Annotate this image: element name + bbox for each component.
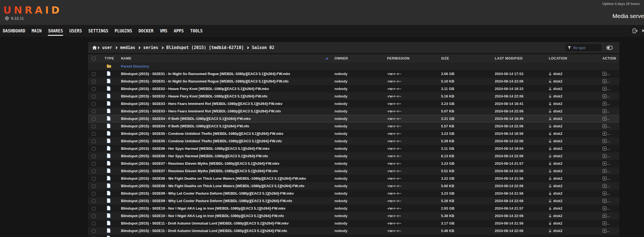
close-icon[interactable]: ✕ [641, 28, 644, 34]
row-checkbox[interactable] [92, 140, 96, 143]
table-row[interactable]: Blindspot (2015) - S02E03 - Hero Fears I… [88, 107, 619, 115]
file-name[interactable]: Blindspot (2015) - S02E10 - Nor I Nigel … [121, 206, 285, 210]
nav-item-plugins[interactable]: PLUGINS [115, 25, 132, 37]
file-type-filter-input[interactable] [573, 46, 598, 50]
table-row[interactable]: Blindspot (2015) - S02E05 - Condone Unti… [88, 130, 619, 137]
breadcrumb-item[interactable]: medias [120, 45, 135, 50]
file-name[interactable]: Blindspot (2015) - S02E03 - Hero Fears I… [121, 109, 281, 113]
nav-item-tools[interactable]: TOOLS [190, 25, 203, 37]
row-actions-button[interactable]: ... [602, 102, 610, 106]
nav-item-docker[interactable]: DOCKER [138, 25, 153, 37]
table-row[interactable]: Blindspot (2015) - S02E08 - We Fight Dea… [88, 182, 619, 190]
table-row[interactable]: Blindspot (2015) - S02E07 - Resolves Ele… [88, 167, 619, 175]
row-checkbox[interactable] [92, 117, 96, 121]
row-checkbox[interactable] [92, 177, 96, 181]
row-actions-button[interactable]: ... [602, 191, 610, 195]
table-row[interactable]: Blindspot (2015) - S02E10 - Nor I Nigel … [88, 212, 619, 220]
row-checkbox[interactable] [92, 95, 96, 98]
row-checkbox[interactable] [92, 147, 96, 151]
row-actions-button[interactable]: ... [602, 161, 610, 166]
column-last-modified[interactable]: LAST MODIFIED [495, 56, 549, 60]
nav-item-shares[interactable]: SHARES [48, 25, 63, 37]
row-actions-button[interactable]: ... [602, 87, 610, 91]
row-checkbox[interactable] [92, 154, 96, 158]
file-name[interactable]: Blindspot (2015) - S02E02 - Heave Fiery … [121, 87, 269, 91]
table-row[interactable]: Blindspot (2015) - S02E03 - Hero Fears I… [88, 100, 619, 107]
row-checkbox[interactable] [92, 207, 96, 210]
table-row[interactable]: Parent Directory [88, 63, 619, 70]
row-actions-button[interactable]: ... [602, 132, 610, 136]
row-checkbox[interactable] [92, 169, 96, 173]
row-actions-button[interactable]: ... [602, 79, 610, 83]
row-checkbox[interactable] [92, 184, 96, 188]
nav-item-users[interactable]: USERS [69, 25, 82, 37]
file-name[interactable]: Blindspot (2015) - S02E11 - Droll Autumn… [121, 221, 289, 225]
file-name[interactable]: Blindspot (2015) - S02E04 - If Beth [WEB… [121, 117, 251, 121]
row-actions-button[interactable]: ... [602, 206, 610, 210]
file-name[interactable]: Blindspot (2015) - S02E01 - In Night So … [121, 72, 290, 76]
file-name[interactable]: Blindspot (2015) - S02E08 - We Fight Dea… [121, 184, 304, 188]
row-actions-button[interactable]: ... [602, 139, 610, 143]
nav-item-settings[interactable]: SETTINGS [88, 25, 108, 37]
row-checkbox[interactable] [92, 229, 96, 233]
table-row[interactable]: Blindspot (2015) - S02E04 - If Beth [WEB… [88, 122, 619, 130]
table-row[interactable]: Blindspot (2015) - S02E08 - We Fight Dea… [88, 175, 619, 182]
file-name[interactable]: Blindspot (2015) - S02E01 - In Night So … [121, 79, 288, 83]
table-row[interactable]: Blindspot (2015) - S02E02 - Heave Fiery … [88, 85, 619, 92]
row-actions-button[interactable]: ... [602, 72, 610, 76]
breadcrumb-item[interactable]: series [143, 45, 158, 50]
row-checkbox[interactable] [92, 80, 96, 83]
row-actions-button[interactable]: ... [602, 154, 610, 158]
row-actions-button[interactable]: ... [602, 94, 610, 98]
table-row[interactable]: Blindspot (2015) - S02E01 - In Night So … [88, 70, 619, 78]
column-type[interactable]: TYPE [104, 56, 117, 60]
row-actions-button[interactable]: ... [602, 117, 610, 121]
row-actions-button[interactable]: ... [602, 184, 610, 188]
table-row[interactable]: Blindspot (2015) - S02E10 - Nor I Nigel … [88, 205, 619, 212]
breadcrumb-item[interactable]: Blindspot (2015) [tmdbid-62710] [166, 45, 244, 50]
nav-item-dashboard[interactable]: DASHBOARD [3, 25, 25, 37]
row-actions-button[interactable]: ... [602, 146, 610, 151]
row-actions-button[interactable]: ... [602, 229, 610, 233]
column-permission[interactable]: PERMISSION [387, 56, 441, 60]
row-checkbox[interactable] [92, 222, 96, 225]
column-owner[interactable]: OWNER [334, 56, 387, 60]
row-checkbox[interactable] [92, 87, 96, 91]
table-row[interactable]: Blindspot (2015) - S02E04 - If Beth [WEB… [88, 115, 619, 122]
row-actions-button[interactable]: ... [602, 169, 610, 173]
column-name[interactable]: NAME [117, 56, 334, 60]
file-name[interactable]: Blindspot (2015) - S02E08 - We Fight Dea… [121, 176, 306, 181]
row-checkbox[interactable] [92, 125, 96, 128]
view-toggle-icon[interactable] [606, 46, 613, 50]
row-actions-button[interactable]: ... [602, 109, 610, 113]
row-checkbox[interactable] [92, 162, 96, 166]
column-size[interactable]: SIZE [441, 56, 495, 60]
row-checkbox[interactable] [92, 132, 96, 136]
table-row[interactable] [88, 235, 619, 237]
info-icon[interactable]: i [5, 16, 9, 20]
file-name[interactable]: Blindspot (2015) - S02E05 - Condone Unti… [121, 139, 282, 143]
file-name[interactable]: Blindspot (2015) - S02E09 - Why Let Cool… [121, 191, 294, 195]
row-checkbox[interactable] [92, 110, 96, 113]
file-name[interactable]: Blindspot (2015) - S02E07 - Resolves Ele… [121, 161, 279, 166]
table-row[interactable]: Blindspot (2015) - S02E09 - Why Let Cool… [88, 197, 619, 205]
table-row[interactable]: Blindspot (2015) - S02E07 - Resolves Ele… [88, 160, 619, 167]
row-checkbox[interactable] [92, 214, 96, 218]
breadcrumb-item[interactable]: Saison 02 [252, 45, 274, 50]
nav-item-main[interactable]: MAIN [32, 25, 42, 37]
column-location[interactable]: LOCATION [549, 56, 602, 60]
nav-item-apps[interactable]: APPS [174, 25, 184, 37]
file-name[interactable]: Blindspot (2015) - S02E06 - Her Spys Har… [121, 154, 268, 158]
row-actions-button[interactable]: ... [602, 176, 610, 181]
nav-item-vms[interactable]: VMS [160, 25, 167, 37]
file-name[interactable]: Blindspot (2015) - S02E10 - Nor I Nigel … [121, 214, 284, 218]
file-name[interactable]: Blindspot (2015) - S02E02 - Heave Fiery … [121, 94, 267, 98]
row-checkbox[interactable] [92, 72, 96, 76]
table-row[interactable]: Blindspot (2015) - S02E02 - Heave Fiery … [88, 92, 619, 100]
file-name[interactable]: Blindspot (2015) - S02E04 - If Beth [WEB… [121, 124, 249, 128]
parent-directory-link[interactable]: Parent Directory [121, 64, 149, 68]
file-name[interactable]: Blindspot (2015) - S02E05 - Condone Unti… [121, 132, 284, 136]
table-row[interactable]: Blindspot (2015) - S02E01 - In Night So … [88, 78, 619, 85]
table-row[interactable]: Blindspot (2015) - S02E06 - Her Spys Har… [88, 152, 619, 160]
logout-icon[interactable] [632, 29, 638, 34]
